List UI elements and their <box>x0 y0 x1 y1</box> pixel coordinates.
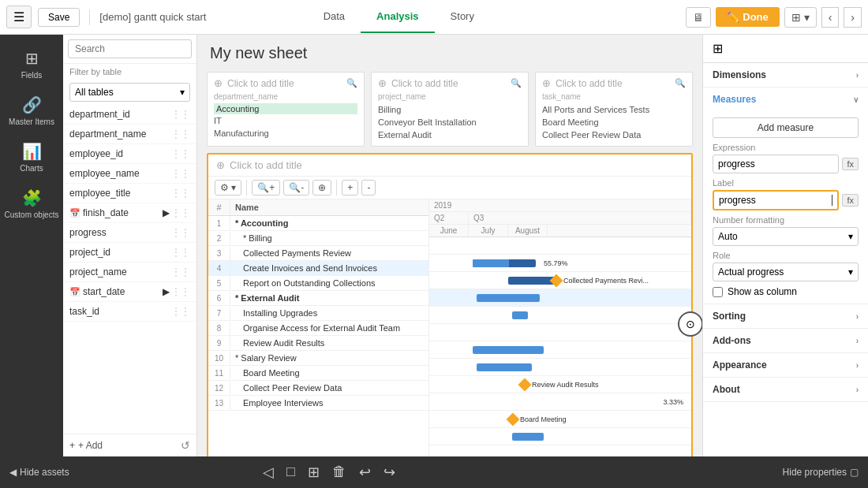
sidebar-item-master-items[interactable]: 🔗 Master Items <box>0 88 63 134</box>
app-title: [demo] gantt quick start <box>99 11 206 23</box>
sheet-title: My new sheet <box>207 44 693 62</box>
props-addons-header[interactable]: Add-ons › <box>703 329 868 352</box>
nav-data[interactable]: Data <box>308 1 361 33</box>
zoom-out-button[interactable]: 🔍- <box>283 180 309 196</box>
role-select[interactable]: Actual progress ▾ <box>713 263 859 281</box>
view-toggle-button[interactable]: 🖥 <box>686 7 711 28</box>
field-department-name[interactable]: department_name ⋮⋮ <box>63 125 196 144</box>
hide-properties-button[interactable]: Hide properties ▢ <box>783 467 859 478</box>
field-task-id[interactable]: task_id ⋮⋮ <box>63 302 196 322</box>
filter-item[interactable]: Manufacturing <box>214 127 357 140</box>
filter-item[interactable]: Accounting <box>214 103 357 114</box>
sidebar-item-charts[interactable]: 📊 Charts <box>0 134 63 181</box>
nav-forward-button[interactable]: › <box>844 7 862 28</box>
filter-item[interactable]: Board Meeting <box>542 116 686 129</box>
gantt-container: # Name 1 * Accounting 2 * Billing 3 Coll… <box>208 199 691 456</box>
label-fx-button[interactable]: fx <box>842 194 859 207</box>
menu-button[interactable]: ☰ <box>6 6 32 28</box>
field-employee-id[interactable]: employee_id ⋮⋮ <box>63 144 196 164</box>
delete-icon[interactable]: 🗑 <box>332 464 346 481</box>
expression-fx-button[interactable]: fx <box>842 158 859 170</box>
zoom-in-button[interactable]: 🔍+ <box>252 180 280 196</box>
props-measures-header[interactable]: Measures ∨ <box>703 88 868 111</box>
nav-story[interactable]: Story <box>435 1 490 33</box>
table-row[interactable]: 4 Create Invoices and Send Invoices <box>208 261 428 276</box>
table-row[interactable]: 7 Installing Upgrades <box>208 306 428 321</box>
undo-icon[interactable]: ↩ <box>359 464 371 481</box>
table-row[interactable]: 1 * Accounting <box>208 216 428 231</box>
field-start-date[interactable]: 📅 start_date ▶ ⋮⋮ <box>63 282 196 302</box>
filter-box-title-0[interactable]: Click to add title <box>227 78 294 89</box>
field-employee-name[interactable]: employee_name ⋮⋮ <box>63 164 196 184</box>
filter-item[interactable]: IT <box>214 114 357 127</box>
chart-toolbar: ⚙ ▾ 🔍+ 🔍- ⊕ + - <box>208 177 691 199</box>
field-progress[interactable]: progress ⋮⋮ <box>63 223 196 243</box>
label-input[interactable]: progress <box>713 190 839 210</box>
expand-circle-button[interactable]: ⊙ <box>678 311 702 337</box>
props-sorting-header[interactable]: Sorting › <box>703 304 868 328</box>
show-as-column-checkbox[interactable] <box>713 287 723 297</box>
gantt-year-row: 2019 <box>429 199 691 212</box>
duplicate-icon[interactable]: □ <box>286 464 295 481</box>
undo-arrow-icon[interactable]: ◁ <box>263 464 274 481</box>
filter-box-title-2[interactable]: Click to add title <box>556 78 623 89</box>
show-as-column-label: Show as column <box>728 286 797 297</box>
filter-item[interactable]: Collect Peer Review Data <box>542 129 686 141</box>
filter-search-icon-1[interactable]: 🔍 <box>511 78 522 88</box>
table-row[interactable]: 11 Board Meeting <box>208 366 428 381</box>
expand-button[interactable]: + <box>342 180 358 196</box>
table-row[interactable]: 9 Review Audit Results <box>208 336 428 351</box>
field-department-id[interactable]: department_id ⋮⋮ <box>63 105 196 125</box>
table-row[interactable]: 13 Employee Interviews <box>208 396 428 411</box>
done-button[interactable]: ✏️ Done <box>716 7 780 27</box>
extra-options-button[interactable]: ⊞ ▾ <box>784 7 817 28</box>
refresh-button[interactable]: ↺ <box>181 439 190 452</box>
table-row[interactable]: 5 Report on Outstanding Collections <box>208 276 428 291</box>
field-finish-date[interactable]: 📅 finish_date ▶ ⋮⋮ <box>63 203 196 223</box>
show-as-column-row: Show as column <box>713 286 859 297</box>
add-field-button[interactable]: + + Add <box>69 440 103 451</box>
table-row[interactable]: 10 * Salary Review <box>208 351 428 366</box>
filter-item[interactable]: Billing <box>378 103 522 116</box>
redo-icon[interactable]: ↪ <box>383 464 395 481</box>
expression-input[interactable]: progress <box>713 155 839 173</box>
filter-search-icon-2[interactable]: 🔍 <box>675 78 686 88</box>
settings-button[interactable]: ⚙ ▾ <box>215 180 241 196</box>
field-employee-title[interactable]: employee_title ⋮⋮ <box>63 184 196 203</box>
nav-analysis[interactable]: Analysis <box>361 1 434 33</box>
field-project-name[interactable]: project_name ⋮⋮ <box>63 263 196 282</box>
fit-button[interactable]: ⊕ <box>312 180 331 196</box>
filter-item[interactable]: Conveyor Belt Installation <box>378 116 522 129</box>
collapse-button[interactable]: - <box>361 180 376 196</box>
filter-field-name-0: department_name <box>214 92 357 101</box>
save-button[interactable]: Save <box>38 8 80 27</box>
table-row[interactable]: 3 Collected Payments Review <box>208 246 428 261</box>
add-measure-button[interactable]: Add measure <box>713 117 859 138</box>
filter-search-icon-0[interactable]: 🔍 <box>346 78 357 88</box>
filter-item[interactable]: External Audit <box>378 129 522 141</box>
props-about-header[interactable]: About › <box>703 378 868 401</box>
filter-item[interactable]: All Ports and Services Tests <box>542 103 686 116</box>
canvas-area: My new sheet ⊕ Click to add title 🔍 depa… <box>197 35 702 456</box>
grid-view-icon[interactable]: ⊞ <box>308 464 320 481</box>
table-row[interactable]: 8 Organise Access for External Audit Tea… <box>208 321 428 336</box>
expand-icon[interactable]: ▶ <box>163 207 170 218</box>
props-appearance-header[interactable]: Appearance › <box>703 353 868 377</box>
number-format-select[interactable]: Auto ▾ <box>713 227 859 246</box>
field-project-id[interactable]: project_id ⋮⋮ <box>63 243 196 263</box>
hide-assets-button[interactable]: ◀ Hide assets <box>9 467 69 478</box>
chart-title[interactable]: Click to add title <box>230 159 302 171</box>
search-input[interactable] <box>68 39 192 58</box>
table-row[interactable]: 12 Collect Peer Review Data <box>208 381 428 396</box>
expand-icon[interactable]: ▶ <box>163 286 170 297</box>
sidebar-item-fields[interactable]: ⊞ Fields <box>0 41 63 88</box>
table-icon: ⊞ <box>713 41 723 56</box>
all-tables-select[interactable]: All tables ▾ <box>69 83 190 102</box>
table-row[interactable]: 6 * External Audit <box>208 291 428 306</box>
props-dimensions-header[interactable]: Dimensions › <box>703 63 868 87</box>
sidebar-item-custom-objects[interactable]: 🧩 Custom objects <box>0 181 63 227</box>
filter-box-title-1[interactable]: Click to add title <box>391 78 458 89</box>
filter-items-2: All Ports and Services Tests Board Meeti… <box>542 103 686 141</box>
nav-back-button[interactable]: ‹ <box>821 7 840 28</box>
table-row[interactable]: 2 * Billing <box>208 231 428 246</box>
